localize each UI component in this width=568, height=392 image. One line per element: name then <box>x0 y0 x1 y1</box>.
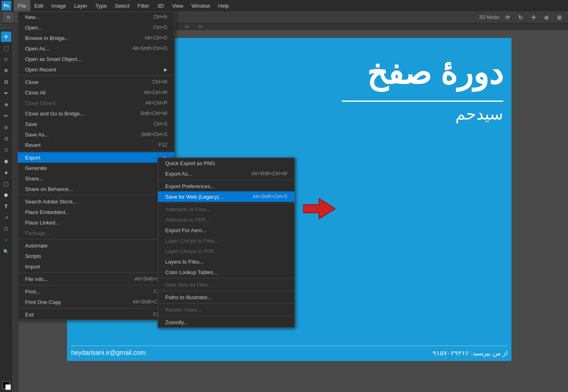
canvas-email: heydarisani.ir@gmail.com <box>71 349 145 357</box>
menu-save-as[interactable]: Save As... Shift+Ctrl+S <box>18 129 175 140</box>
export-submenu: Quick Export as PNG Export As... Alt+Shi… <box>158 157 295 328</box>
export-render-video: Render Video... <box>158 304 295 315</box>
export-preferences[interactable]: Export Preferences... <box>158 181 295 191</box>
canvas-phone: از من بپرسید: ۹۱۵۷٠۲۹۲۶۶ <box>433 349 507 357</box>
menu-generate[interactable]: Generate ▶ <box>18 163 175 173</box>
separator-2 <box>18 151 175 151</box>
gradient-tool[interactable]: ▣ <box>1 156 11 166</box>
3dmode-scale[interactable]: ⊞ <box>554 13 565 22</box>
menu-filter[interactable]: Filter <box>133 0 153 11</box>
menu-browse-bridge[interactable]: Browse in Bridge... Alt+Ctrl+O <box>18 33 175 43</box>
shape-tool[interactable]: ☐ <box>1 224 11 234</box>
lasso-tool[interactable]: ⊂ <box>1 54 11 65</box>
canvas-name: سیدحم <box>455 105 503 123</box>
3dmode-pan[interactable]: ✛ <box>528 13 539 22</box>
canvas-divider <box>342 101 503 102</box>
menu-share-behance[interactable]: Share on Behance... <box>18 184 175 194</box>
export-artboards-pdf: Artboards to PDF... <box>158 214 295 225</box>
separator-6 <box>18 285 175 285</box>
toolbar-3dmode-section: 3D Mode: ⟳ ↻ ✛ ⊕ ⊞ <box>479 13 565 22</box>
menu-close[interactable]: Close Ctrl+W <box>18 77 175 87</box>
menu-new[interactable]: New... Ctrl+N <box>18 12 175 22</box>
menu-share[interactable]: Share... <box>18 173 175 184</box>
menu-layer[interactable]: Layer <box>70 0 92 11</box>
canvas-bottom-bar: از من بپرسید: ۹۱۵۷٠۲۹۲۶۶ heydarisani.ir@… <box>71 346 507 357</box>
blur-tool[interactable]: ◈ <box>1 167 11 178</box>
export-zoomify[interactable]: Zoomify... <box>158 317 295 327</box>
background-color[interactable] <box>5 384 11 390</box>
eraser-tool[interactable]: ◻ <box>1 145 11 155</box>
zoom-tool[interactable]: 🔍 <box>1 246 11 257</box>
foreground-color[interactable] <box>2 382 10 389</box>
stamp-tool[interactable]: ◎ <box>1 122 11 132</box>
dodge-tool[interactable]: ◯ <box>1 178 11 189</box>
history-tool[interactable]: ⊡ <box>1 133 11 144</box>
menu-file[interactable]: File <box>14 0 30 11</box>
canvas-heading: دورهٔ صفخ <box>367 54 503 92</box>
export-save-for-web[interactable]: Save for Web (Legacy)... Alt+Shift+Ctrl+… <box>158 191 295 202</box>
menu-close-go-bridge[interactable]: Close and Go to Bridge... Shift+Ctrl+W <box>18 108 175 119</box>
app-logo: Ps <box>2 1 11 10</box>
export-for-aero[interactable]: Export For Aero... <box>158 225 295 235</box>
select-tool[interactable]: ⬚ <box>1 43 11 53</box>
menu-image[interactable]: Image <box>47 0 70 11</box>
menu-open[interactable]: Open... Ctrl+O <box>18 22 175 33</box>
separator-5 <box>18 273 175 273</box>
export-artboards-files: Artboards to Files... <box>158 204 295 214</box>
menu-import[interactable]: Import ▶ <box>18 261 175 272</box>
menu-edit[interactable]: Edit <box>30 0 47 11</box>
magic-wand-tool[interactable]: ✲ <box>1 65 11 76</box>
menu-select[interactable]: Select <box>111 0 133 11</box>
menu-print[interactable]: Print... Ctrl+P <box>18 286 175 297</box>
path-select-tool[interactable]: ↗ <box>1 212 11 223</box>
menu-export[interactable]: Export ▶ <box>18 152 175 163</box>
3dmode-roll[interactable]: ↻ <box>515 13 526 22</box>
menu-open-recent[interactable]: Open Recent ▶ <box>18 64 175 75</box>
menu-revert[interactable]: Revert F12 <box>18 140 175 150</box>
healing-tool[interactable]: ⊕ <box>1 99 11 110</box>
menu-exit[interactable]: Exit Ctrl+Q <box>18 309 175 320</box>
menu-open-as[interactable]: Open As... Alt+Shift+Ctrl+O <box>18 43 175 54</box>
3dmode-label: 3D Mode: <box>479 15 500 20</box>
export-layer-comps-pdf: Layer Comps to PDF... <box>158 246 295 256</box>
toolbox: ✛ ⬚ ⊂ ✲ ⊟ ✒ ⊕ ✏ ◎ ⊡ ◻ ▣ ◈ ◯ ⬟ T ↗ ☐ ☞ 🔍 <box>0 30 12 392</box>
menu-help[interactable]: Help <box>214 0 233 11</box>
pen-tool[interactable]: ⬟ <box>1 190 11 200</box>
menu-automate[interactable]: Automate ▶ <box>18 240 175 251</box>
hand-tool[interactable]: ☞ <box>1 235 11 245</box>
crop-tool[interactable]: ⊟ <box>1 77 11 87</box>
toolbar-align-left[interactable]: ⊟ <box>3 13 14 22</box>
export-color-lookup[interactable]: Color Lookup Tables... <box>158 267 295 277</box>
export-sep-6 <box>158 316 295 316</box>
menu-print-one-copy[interactable]: Print One Copy Alt+Shift+Ctrl+P <box>18 297 175 307</box>
export-layer-comps-files: Layer Comps to Files... <box>158 235 295 246</box>
menu-window[interactable]: Window <box>187 0 214 11</box>
menu-type[interactable]: Type <box>91 0 111 11</box>
text-tool[interactable]: T <box>1 201 11 212</box>
export-quick-png[interactable]: Quick Export as PNG <box>158 158 295 168</box>
menu-close-others: Close Others Alt+Ctrl+P <box>18 98 175 108</box>
menu-file-info[interactable]: File Info... Alt+Shift+Ctrl+I <box>18 274 175 284</box>
export-export-as[interactable]: Export As... Alt+Shift+Ctrl+W <box>158 168 295 179</box>
export-paths-illustrator[interactable]: Paths to Illustrator... <box>158 292 295 302</box>
export-sep-3 <box>158 278 295 279</box>
menu-scripts[interactable]: Scripts ▶ <box>18 251 175 261</box>
export-sep-5 <box>158 303 295 304</box>
separator-1 <box>18 75 175 76</box>
3dmode-slide[interactable]: ⊕ <box>541 13 552 22</box>
brush-tool[interactable]: ✏ <box>1 111 11 121</box>
menu-view[interactable]: View <box>168 0 187 11</box>
menu-place-linked[interactable]: Place Linked... <box>18 217 175 228</box>
export-layers-to-files[interactable]: Layers to Files... <box>158 256 295 267</box>
menubar: Ps File Edit Image Layer Type Select Fil… <box>0 0 568 11</box>
menu-3d[interactable]: 3D <box>153 0 168 11</box>
menu-close-all[interactable]: Close All Alt+Ctrl+W <box>18 87 175 98</box>
menu-search-stock[interactable]: Search Adobe Stock... <box>18 196 175 207</box>
eyedropper-tool[interactable]: ✒ <box>1 88 11 99</box>
3dmode-orbit[interactable]: ⟳ <box>503 13 513 22</box>
menu-place-embedded[interactable]: Place Embedded... <box>18 207 175 217</box>
move-tool[interactable]: ✛ <box>1 31 11 42</box>
menu-open-smart-object[interactable]: Open as Smart Object... <box>18 54 175 64</box>
menu-save[interactable]: Save Ctrl+S <box>18 119 175 129</box>
separator-3 <box>18 195 175 195</box>
